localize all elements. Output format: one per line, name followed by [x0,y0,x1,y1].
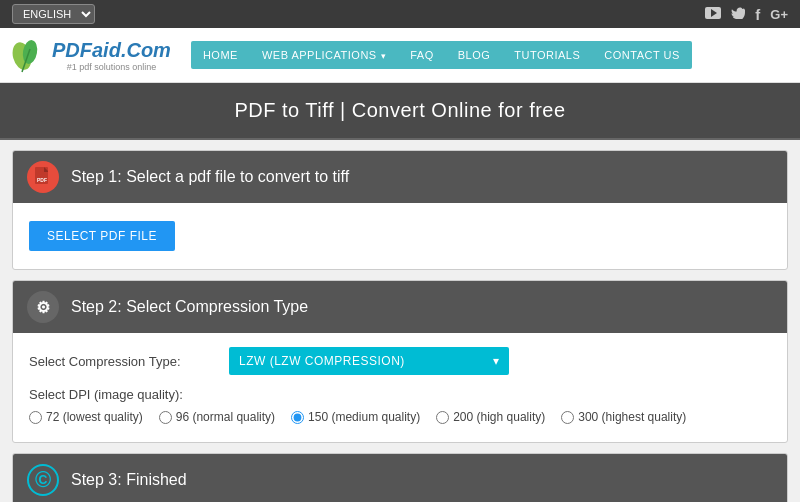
step3-header: © Step 3: Finished [13,454,787,502]
nav-item-contact[interactable]: CONTACT US [592,41,692,69]
dpi-options-row: 72 (lowest quality) 96 (normal quality) … [29,410,771,424]
step2-container: ⚙ Step 2: Select Compression Type Select… [12,280,788,443]
top-bar: ENGLISH f G+ [0,0,800,28]
nav-item-blog[interactable]: BLOG [446,41,503,69]
step1-body: SELECT PDF FILE [13,203,787,269]
logo-text-area: PDFaid.Com #1 pdf solutions online [52,39,171,72]
step3-finish-icon: © [27,464,59,496]
twitter-icon[interactable] [731,6,745,22]
dpi-200-radio[interactable] [436,411,449,424]
logo-main-text: PDFaid.Com [52,39,171,62]
step1-header: PDF Step 1: Select a pdf file to convert… [13,151,787,203]
dpi-72-option[interactable]: 72 (lowest quality) [29,410,143,424]
dpi-section: Select DPI (image quality): 72 (lowest q… [29,387,771,424]
youtube-icon[interactable] [705,6,721,22]
dpi-300-option[interactable]: 300 (highest quality) [561,410,686,424]
logo: PDFaid.Com #1 pdf solutions online [12,34,171,76]
compression-label: Select Compression Type: [29,354,229,369]
dpi-96-radio[interactable] [159,411,172,424]
nav-item-tutorials[interactable]: TUTORIALS [502,41,592,69]
step2-body: Select Compression Type: LZW (LZW COMPRE… [13,333,787,442]
compression-select-wrapper: LZW (LZW COMPRESSION) NONE JPEG DEFLATE … [229,347,509,375]
dpi-96-option[interactable]: 96 (normal quality) [159,410,275,424]
dpi-200-option[interactable]: 200 (high quality) [436,410,545,424]
logo-leaf-icon [12,34,48,76]
nav-item-faq[interactable]: FAQ [398,41,446,69]
facebook-icon[interactable]: f [755,6,760,23]
main-nav: HOME WEB APPLICATIONS FAQ BLOG TUTORIALS… [191,41,692,69]
dpi-72-radio[interactable] [29,411,42,424]
step3-title: Step 3: Finished [71,471,187,489]
step1-pdf-icon: PDF [27,161,59,193]
compression-select[interactable]: LZW (LZW COMPRESSION) NONE JPEG DEFLATE … [229,347,509,375]
step2-title: Step 2: Select Compression Type [71,298,308,316]
select-pdf-button[interactable]: SELECT PDF FILE [29,221,175,251]
dpi-72-label: 72 (lowest quality) [46,410,143,424]
dpi-150-option[interactable]: 150 (medium quality) [291,410,420,424]
logo-subtitle: #1 pdf solutions online [67,62,157,72]
step3-container: © Step 3: Finished [12,453,788,502]
nav-bar: PDFaid.Com #1 pdf solutions online HOME … [0,28,800,83]
dpi-300-radio[interactable] [561,411,574,424]
dpi-label: Select DPI (image quality): [29,387,771,402]
compression-type-row: Select Compression Type: LZW (LZW COMPRE… [29,347,771,375]
step1-container: PDF Step 1: Select a pdf file to convert… [12,150,788,270]
social-icons: f G+ [705,6,788,23]
dpi-96-label: 96 (normal quality) [176,410,275,424]
step2-gear-icon: ⚙ [27,291,59,323]
dpi-150-radio[interactable] [291,411,304,424]
google-plus-icon[interactable]: G+ [770,7,788,22]
language-selector[interactable]: ENGLISH [12,4,95,24]
nav-item-web-apps[interactable]: WEB APPLICATIONS [250,41,398,69]
nav-item-home[interactable]: HOME [191,41,250,69]
step1-title: Step 1: Select a pdf file to convert to … [71,168,349,186]
svg-text:PDF: PDF [37,177,47,183]
step2-header: ⚙ Step 2: Select Compression Type [13,281,787,333]
dpi-300-label: 300 (highest quality) [578,410,686,424]
dpi-150-label: 150 (medium quality) [308,410,420,424]
page-title: PDF to Tiff | Convert Online for free [0,83,800,140]
dpi-200-label: 200 (high quality) [453,410,545,424]
